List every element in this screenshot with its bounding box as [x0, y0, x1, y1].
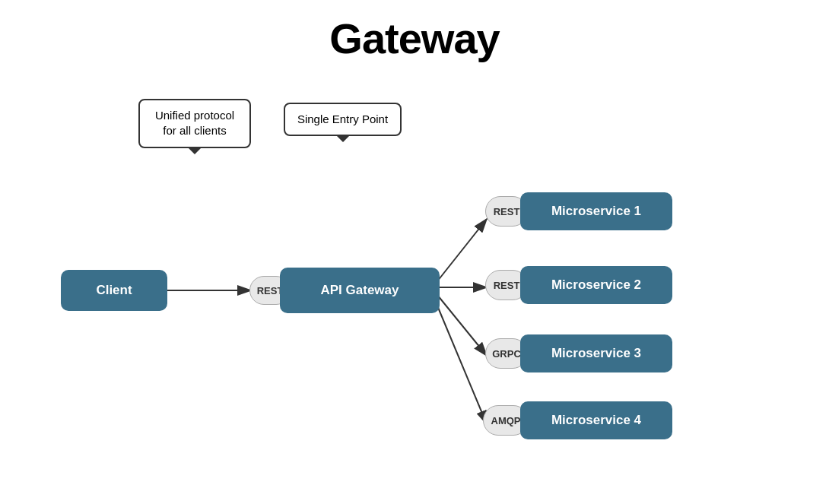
microservice2-label: Microservice 2: [551, 277, 641, 293]
svg-line-2: [437, 219, 487, 281]
microservice1-box: Microservice 1: [520, 192, 672, 230]
microservice1-label: Microservice 1: [551, 204, 641, 219]
microservice3-box: Microservice 3: [520, 334, 672, 372]
callout-single-text: Single Entry Point: [297, 113, 388, 125]
svg-line-4: [437, 295, 487, 356]
rest-badge-ms2-label: REST: [494, 280, 520, 291]
svg-line-5: [435, 300, 487, 424]
microservice3-label: Microservice 3: [551, 346, 641, 361]
callout-single: Single Entry Point: [284, 103, 402, 136]
amqp-badge-ms4-label: AMQP: [491, 415, 521, 426]
client-box: Client: [61, 270, 167, 311]
page-title: Gateway: [0, 0, 829, 63]
callout-unified-text: Unified protocol for all clients: [155, 109, 234, 137]
api-gateway-label: API Gateway: [321, 283, 399, 298]
callout-unified: Unified protocol for all clients: [138, 99, 251, 148]
microservice4-label: Microservice 4: [551, 413, 641, 428]
microservice4-box: Microservice 4: [520, 401, 672, 439]
rest-badge-ms1-label: REST: [494, 206, 520, 217]
microservice2-box: Microservice 2: [520, 266, 672, 304]
diagram-area: Unified protocol for all clients Single …: [0, 84, 829, 504]
api-gateway-box: API Gateway: [280, 268, 440, 313]
grpc-badge-ms3-label: GRPC: [492, 348, 521, 360]
client-label: Client: [96, 283, 132, 298]
